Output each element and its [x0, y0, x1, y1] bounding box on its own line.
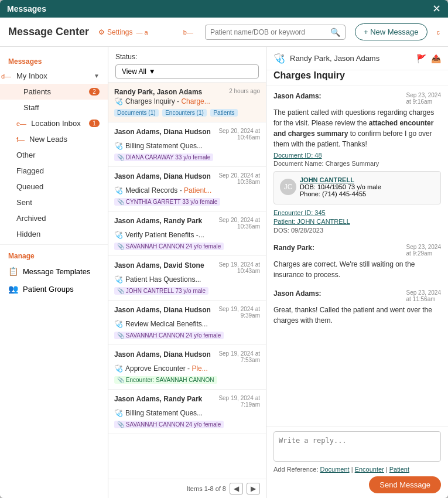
message-subject: Verify Patient Benefits -...	[125, 231, 204, 239]
sidebar-item-my-inbox[interactable]: d— My Inbox ▼	[0, 68, 108, 84]
detail-scroll: Jason Adams: Sep 23, 2024at 9:16am The p…	[266, 86, 448, 426]
reference-encounter-link[interactable]: Encounter	[355, 466, 384, 473]
list-item[interactable]: Randy Park, Jason Adams 2 hours ago 🩺 Ch…	[108, 83, 266, 122]
title-bar: Messages ✕	[0, 0, 448, 18]
reference-document-link[interactable]: Document	[320, 466, 350, 473]
message-time: Sep 19, 2024 at9:39am	[218, 306, 260, 319]
sidebar-item-location-inbox[interactable]: e— Location Inbox 1	[0, 115, 108, 131]
bubble-time: Sep 23, 2024at 9:29am	[406, 244, 442, 257]
sidebar-item-patient-groups[interactable]: 👥 Patient Groups	[0, 280, 108, 298]
message-names: Jason Adams, Diana Hudson	[114, 172, 211, 180]
list-item[interactable]: Jason Adams, David Stone Sep 19, 2024 at…	[108, 256, 266, 301]
attachment-label: Document Name: Charges Summary	[273, 160, 379, 167]
message-bubble: Jason Adams: Sep 23, 2024at 9:16am The p…	[273, 92, 441, 234]
sidebar-item-archived[interactable]: Archived	[0, 210, 108, 226]
sidebar-item-queued[interactable]: Queued	[0, 179, 108, 195]
doctor-icon: 🩺	[114, 142, 123, 150]
patient-card: JC JOHN CANTRELL DOB: 10/4/1950 73 y/o m…	[273, 171, 441, 204]
list-item[interactable]: Jason Adams, Diana Hudson Sep 19, 2024 a…	[108, 301, 266, 345]
doctor-icon: 🩺	[114, 275, 123, 284]
sidebar-item-other[interactable]: Other	[0, 147, 108, 163]
message-tag: 📎 DIANA CARAWAY 33 y/o female	[114, 154, 213, 161]
status-label: Status:	[115, 53, 259, 61]
message-tag: 📎 SAVANNAH CANNON 24 y/o female	[114, 332, 224, 339]
bubble-sender: Randy Park:	[273, 244, 314, 257]
sidebar-item-sent[interactable]: Sent	[0, 195, 108, 210]
list-item[interactable]: Jason Adams, Diana Hudson Sep 20, 2024 a…	[108, 167, 266, 212]
message-subject: Billing Statement Ques...	[125, 142, 203, 150]
bubble-time: Sep 23, 2024at 11:56am	[406, 289, 442, 302]
message-tag: 📎 Encounter: SAVANNAH CANNON	[114, 376, 217, 384]
message-subject: Charges Inquiry - Charge...	[125, 97, 210, 105]
page-title: Message Center	[8, 26, 89, 38]
doctor-icon: 🩺	[114, 320, 123, 328]
message-names: Jason Adams, David Stone	[114, 261, 204, 270]
send-message-button[interactable]: Send Message	[369, 476, 441, 493]
bubble-sender: Jason Adams:	[273, 289, 322, 302]
encounter-id-link[interactable]: Encounter ID: 345	[273, 209, 326, 216]
message-tag: Patients	[210, 109, 237, 117]
patient-dob: DOB: 10/4/1950 73 y/o male	[300, 183, 381, 190]
sidebar-item-hidden[interactable]: Hidden	[0, 226, 108, 242]
message-names: Jason Adams, Randy Park	[114, 217, 202, 225]
patient-name-link[interactable]: JOHN CANTRELL	[300, 176, 354, 183]
message-subject: Patient Has Questions...	[125, 275, 201, 284]
message-tag: Documents (1)	[114, 109, 159, 117]
list-item[interactable]: Jason Adams, Diana Hudson Sep 19, 2024 a…	[108, 345, 266, 390]
list-item[interactable]: Jason Adams, Randy Park Sep 19, 2024 at7…	[108, 390, 266, 434]
message-time: Sep 20, 2024 at10:38am	[218, 172, 260, 185]
content-area: Status: View All ▼ Randy Park, Jason Ada…	[108, 47, 448, 498]
document-icon: 📋	[8, 267, 18, 276]
search-box: 🔍	[205, 25, 346, 40]
message-time: 2 hours ago	[229, 88, 260, 94]
doctor-icon: 🩺	[114, 97, 123, 105]
new-message-button[interactable]: + New Message	[355, 23, 428, 40]
archive-button[interactable]: 📤	[431, 54, 441, 63]
location-inbox-badge: 1	[89, 120, 100, 127]
message-time: Sep 20, 2024 at10:36am	[218, 217, 260, 230]
message-subject: Review Medical Benefits...	[125, 320, 208, 328]
annotation-a: — a	[136, 29, 148, 36]
encounter-patient-link[interactable]: Patient: JOHN CANTRELL	[273, 218, 350, 225]
sidebar-item-new-leads[interactable]: f— New Leads	[0, 131, 108, 147]
pagination-bar: Items 1-8 of 8 ◀ ▶	[108, 479, 266, 498]
document-link[interactable]: Document ID: 48	[273, 152, 441, 159]
annotation-c: c	[437, 29, 440, 36]
bubble-time: Sep 23, 2024at 9:16am	[406, 92, 442, 105]
list-item[interactable]: Jason Adams, Randy Park Sep 20, 2024 at1…	[108, 212, 266, 256]
sidebar-item-message-templates[interactable]: 📋 Message Templates	[0, 262, 108, 280]
detail-panel: 🩺 Randy Park, Jason Adams 🚩 📤 Charges In…	[266, 47, 448, 498]
reply-input[interactable]	[273, 431, 441, 462]
search-input[interactable]	[210, 28, 327, 36]
patient-info: JOHN CANTRELL DOB: 10/4/1950 73 y/o male…	[300, 176, 381, 197]
reference-patient-link[interactable]: Patient	[389, 466, 409, 473]
flag-button[interactable]: 🚩	[416, 54, 426, 63]
messages-scroll: Randy Park, Jason Adams 2 hours ago 🩺 Ch…	[108, 83, 266, 479]
message-names: Jason Adams, Diana Hudson	[114, 350, 211, 359]
send-row: Send Message	[273, 476, 441, 493]
add-reference: Add Reference: Document | Encounter | Pa…	[273, 466, 441, 473]
sidebar-item-patients[interactable]: Patients 2	[0, 84, 108, 100]
chevron-down-icon: ▼	[94, 73, 100, 79]
sidebar-item-flagged[interactable]: Flagged	[0, 163, 108, 179]
close-button[interactable]: ✕	[432, 4, 441, 14]
pagination-text: Items 1-8 of 8	[187, 485, 226, 492]
patient-phone: Phone: (714) 445-4455	[300, 190, 381, 197]
message-tag: Encounters (1)	[162, 109, 207, 117]
pagination-next[interactable]: ▶	[247, 483, 260, 494]
pagination-prev[interactable]: ◀	[230, 483, 243, 494]
main-body: Messages d— My Inbox ▼ Patients 2 Staff …	[0, 47, 448, 498]
settings-link[interactable]: ⚙ Settings — a	[98, 28, 148, 36]
chevron-down-icon: ▼	[149, 67, 156, 76]
sidebar-divider	[0, 244, 108, 245]
detail-patient: 🩺 Randy Park, Jason Adams	[273, 53, 379, 64]
message-tag: 📎 SAVANNAH CANNON 24 y/o female	[114, 421, 224, 428]
message-tag: 📎 SAVANNAH CANNON 24 y/o female	[114, 243, 224, 250]
list-item[interactable]: Jason Adams, Diana Hudson Sep 20, 2024 a…	[108, 122, 266, 167]
doctor-icon: 🩺	[114, 409, 123, 417]
gear-icon: ⚙	[98, 28, 105, 36]
doctor-icon: 🩺	[114, 186, 123, 195]
status-bar: Status: View All ▼	[108, 47, 266, 83]
sidebar-item-staff[interactable]: Staff	[0, 100, 108, 115]
view-all-dropdown[interactable]: View All ▼	[115, 64, 259, 79]
